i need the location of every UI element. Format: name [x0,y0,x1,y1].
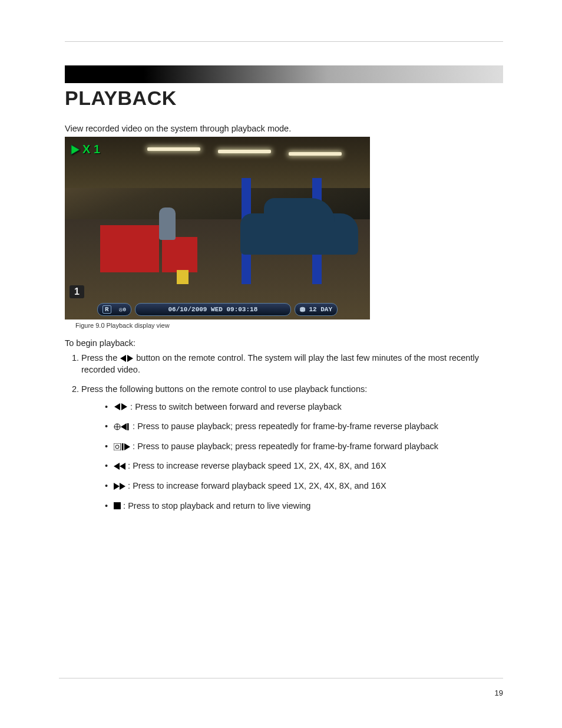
fast-reverse-icon [114,463,125,470]
stop-icon [114,502,121,509]
play-icon [71,144,80,155]
svg-marker-8 [121,423,127,430]
section-header-bar [65,65,503,83]
steps-list: Press the button on the remote control. … [65,353,503,512]
osd-bar: R ✇0 06/10/2009 WED 09:03:18 ⛃ 12 DAY [97,303,338,316]
function-item: : Press to pause playback; press repeate… [105,421,503,433]
left-right-play-icon [114,403,128,410]
svg-rect-12 [122,443,124,450]
osd-timestamp: 06/10/2009 WED 09:03:18 [135,303,291,316]
step-item: Press the following buttons on the remot… [81,384,503,512]
svg-marker-2 [127,355,133,362]
svg-marker-14 [114,463,120,470]
playback-screenshot: X 1 1 R ✇0 06/10/2009 WED 09:03:18 ⛃ 12 … [65,137,370,319]
left-right-play-icon [120,355,134,362]
playback-speed-indicator: X 1 [71,143,100,156]
osd-rec-indicator: R ✇0 [97,303,131,316]
function-item: : Press to switch between forward and re… [105,401,503,413]
function-item: : Press to pause playback; press repeate… [105,441,503,453]
osd-hdd-status: ⛃ 12 DAY [295,303,338,316]
fast-forward-icon [114,483,125,490]
svg-marker-1 [120,355,126,362]
intro-text: View recorded video on the system throug… [65,124,503,133]
svg-rect-10 [114,443,121,450]
functions-list: : Press to switch between forward and re… [81,401,503,512]
svg-rect-18 [114,502,121,509]
svg-marker-16 [114,483,120,490]
svg-marker-4 [121,403,127,410]
step-item: Press the button on the remote control. … [81,353,503,375]
channel-badge: 1 [70,285,84,298]
figure-caption: Figure 9.0 Playback display view [75,322,503,329]
hdd-icon: ⛃ [300,306,305,314]
instructions-lead: To begin playback: [65,338,503,348]
svg-marker-3 [114,403,120,410]
page-number: 19 [495,689,503,697]
function-item: : Press to increase reverse playback spe… [105,460,503,472]
svg-marker-17 [120,483,125,490]
frame-reverse-icon [114,423,130,430]
svg-rect-9 [127,423,129,430]
svg-point-11 [115,445,119,449]
frame-forward-icon [114,443,130,450]
function-item: : Press to stop playback and return to l… [105,500,503,512]
function-item: : Press to increase forward playback spe… [105,480,503,492]
svg-marker-0 [71,145,80,154]
svg-marker-13 [124,443,130,450]
speed-text: X 1 [82,143,100,156]
page-title: PLAYBACK [65,87,503,110]
svg-marker-15 [120,463,125,470]
